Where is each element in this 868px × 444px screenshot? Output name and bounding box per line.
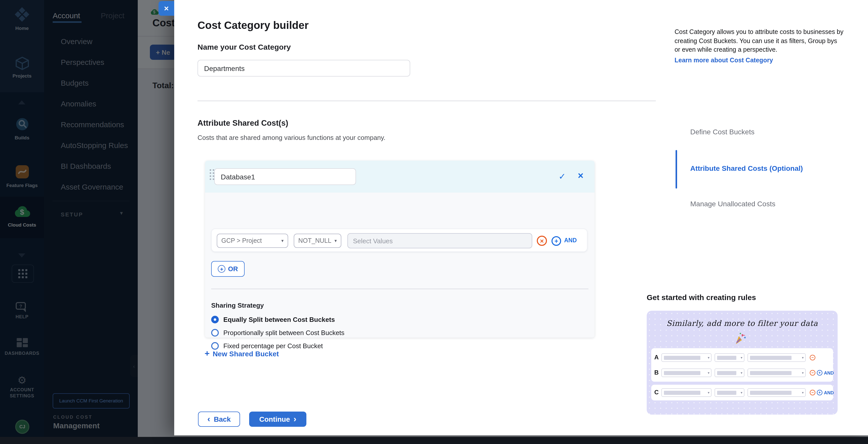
illustration-caption: Similarly, add more to filter your data: [647, 319, 838, 328]
rule-operator-value: NOT_NULL: [298, 237, 332, 244]
continue-button-label: Continue: [259, 415, 290, 423]
new-shared-bucket-button[interactable]: + New Shared Bucket: [205, 349, 279, 359]
get-started-heading: Get started with creating rules: [647, 293, 756, 302]
attribute-shared-costs-subheading: Costs that are shared among various func…: [197, 134, 385, 141]
illustration-row-c: C ▾ ▾ ▾ − + AND: [651, 387, 833, 399]
caret-down-icon: ▾: [332, 238, 337, 243]
sharing-strategy-label: Sharing Strategy: [211, 302, 264, 309]
plus-icon: +: [218, 265, 226, 273]
row-letter: C: [654, 389, 659, 396]
remove-rule-icon[interactable]: ×: [537, 236, 547, 246]
sharing-option-equally[interactable]: Equally Split between Cost Buckets: [211, 316, 335, 323]
add-rule-icon: +: [817, 390, 823, 395]
caret-down-icon: ▾: [278, 238, 284, 243]
rule-dimension-value: GCP > Project: [221, 237, 262, 244]
illustration-rule-group-1: A ▾ ▾ ▾ − B ▾ ▾ ▾ − + AND: [651, 348, 833, 382]
illustration-row-b: B ▾ ▾ ▾ − + AND: [651, 367, 833, 379]
row-letter: B: [654, 369, 659, 376]
radio-icon[interactable]: [211, 329, 219, 336]
step-manage-unallocated-costs[interactable]: Manage Unallocated Costs: [690, 200, 775, 208]
step-define-cost-buckets[interactable]: Define Cost Buckets: [690, 128, 754, 136]
chevron-left-icon: ‹: [207, 414, 210, 424]
shared-bucket-card-body: GCP > Project ▾ NOT_NULL ▾ × + AND + OR: [205, 193, 594, 337]
back-button[interactable]: ‹ Back: [198, 412, 240, 427]
learn-more-link[interactable]: Learn more about Cost Category: [675, 57, 773, 64]
close-icon: ×: [164, 4, 169, 13]
back-button-label: Back: [214, 415, 231, 423]
new-shared-bucket-label: New Shared Bucket: [213, 350, 279, 358]
rule-operator-select[interactable]: NOT_NULL ▾: [294, 234, 341, 248]
confirm-bucket-icon[interactable]: ✓: [559, 171, 566, 182]
add-rule-icon: +: [817, 370, 823, 376]
sharing-option-label: Equally Split between Cost Buckets: [223, 316, 335, 323]
rule-values-input[interactable]: [347, 233, 532, 248]
cancel-bucket-icon[interactable]: ×: [578, 170, 583, 181]
app-root: $ Cost + Ne Total: Home: [0, 0, 868, 444]
drawer-title: Cost Category builder: [197, 19, 309, 31]
remove-rule-icon: −: [810, 355, 815, 360]
illustration-rule-group-2: C ▾ ▾ ▾ − + AND: [651, 385, 833, 401]
sharing-option-label: Proportionally split between Cost Bucket…: [223, 329, 344, 336]
row-letter: A: [654, 354, 659, 361]
add-or-button[interactable]: + OR: [211, 261, 245, 277]
active-step-indicator: [676, 150, 677, 188]
continue-button[interactable]: Continue ›: [249, 412, 306, 427]
plus-icon: +: [205, 349, 210, 359]
sharing-option-proportionally[interactable]: Proportionally split between Cost Bucket…: [211, 329, 344, 336]
cost-category-drawer: × Cost Category builder Name your Cost C…: [174, 0, 868, 435]
rule-dimension-select[interactable]: GCP > Project ▾: [217, 234, 288, 248]
shared-bucket-card-header: ✓ ×: [205, 161, 594, 193]
close-drawer-button[interactable]: ×: [158, 1, 174, 16]
drag-handle-icon[interactable]: [210, 169, 214, 180]
cost-category-name-input[interactable]: [197, 60, 410, 77]
bucket-name-input[interactable]: [214, 168, 356, 185]
chevron-right-icon: ›: [293, 414, 296, 424]
and-button-label[interactable]: AND: [564, 237, 577, 243]
attribute-shared-costs-heading: Attribute Shared Cost(s): [197, 119, 288, 128]
rule-row: GCP > Project ▾ NOT_NULL ▾ × + AND: [211, 229, 587, 252]
radio-selected-icon[interactable]: [211, 316, 219, 323]
section-divider: [197, 100, 656, 101]
rules-illustration-panel: Similarly, add more to filter your data …: [647, 311, 838, 415]
remove-rule-icon: −: [810, 390, 815, 395]
and-label: AND: [824, 390, 834, 395]
and-label: AND: [824, 371, 834, 376]
card-divider: [211, 288, 588, 289]
step-attribute-shared-costs[interactable]: Attribute Shared Costs (Optional): [690, 164, 803, 172]
shared-bucket-card: ✓ × GCP > Project ▾ NOT_NULL ▾ × + A: [205, 161, 594, 337]
illustration-row-a: A ▾ ▾ ▾ −: [651, 352, 833, 364]
cost-category-description: Cost Category allows you to attribute co…: [675, 28, 844, 55]
or-button-label: OR: [228, 265, 238, 273]
add-and-icon[interactable]: +: [552, 236, 561, 246]
remove-rule-icon: −: [810, 370, 815, 376]
party-popper-icon: [734, 332, 747, 345]
name-cost-category-label: Name your Cost Category: [197, 42, 291, 51]
